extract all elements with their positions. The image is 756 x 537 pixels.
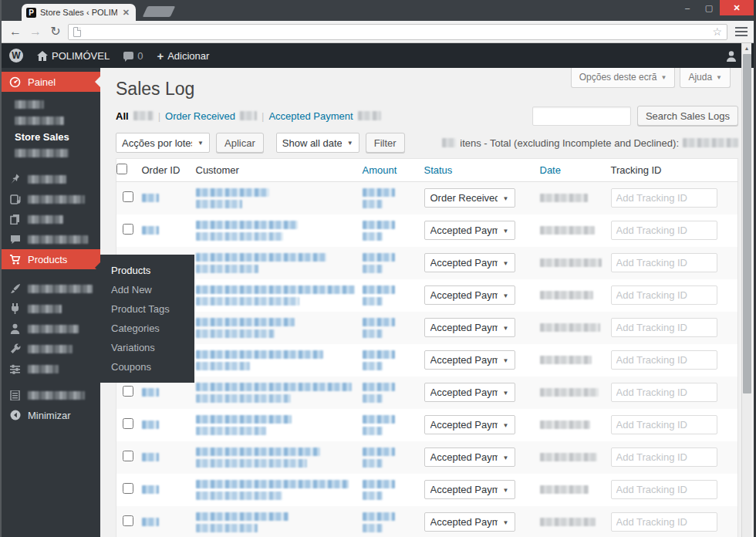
new-content-menu[interactable]: + Adicionar <box>157 49 209 62</box>
minimize-icon[interactable]: – <box>677 0 698 15</box>
flyout-item-categories[interactable]: Categories <box>100 319 194 338</box>
column-date-sort[interactable]: Date <box>540 164 561 176</box>
search-input[interactable] <box>532 106 631 126</box>
back-icon[interactable]: ← <box>8 25 23 38</box>
browser-menu-icon[interactable] <box>735 27 748 36</box>
status-select[interactable]: Accepted Payment <box>424 448 515 467</box>
status-select[interactable]: Accepted Payment <box>424 318 515 337</box>
search-sales-logs-button[interactable]: Search Sales Logs <box>637 106 738 126</box>
screen-options-button[interactable]: Opções deste ecrã ▼ <box>571 68 676 88</box>
sidebar-item-media[interactable] <box>2 189 100 209</box>
sidebar-item-plugin-menu[interactable] <box>2 385 100 405</box>
date-filter-select[interactable]: Show all dates <box>276 133 359 153</box>
column-status-sort[interactable]: Status <box>424 164 453 176</box>
submenu-item-redacted[interactable] <box>2 113 100 129</box>
tracking-id-input[interactable] <box>611 383 717 402</box>
status-selectwrap: Accepted Payment <box>424 253 515 272</box>
browser-tab[interactable]: P Store Sales ‹ POLIMÓVEL ✕ <box>22 4 136 21</box>
bookmark-star-icon[interactable]: ☆ <box>712 25 722 38</box>
flyout-item-coupons[interactable]: Coupons <box>100 357 194 377</box>
maximize-icon[interactable]: ▢ <box>698 0 720 15</box>
url-input[interactable] <box>86 26 707 37</box>
wp-logo[interactable]: W <box>9 49 23 62</box>
tracking-id-input[interactable] <box>611 350 717 370</box>
tracking-id-input[interactable] <box>611 448 717 467</box>
flyout-item-variations[interactable]: Variations <box>100 338 194 357</box>
submenu-item-redacted[interactable] <box>2 96 100 113</box>
row-checkbox[interactable] <box>123 418 133 429</box>
status-select[interactable]: Accepted Payment <box>424 415 515 434</box>
tracking-id-input[interactable] <box>611 285 717 305</box>
admin-layout: Painel Store Sales <box>2 68 754 537</box>
status-select[interactable]: Accepted Payment <box>424 512 515 532</box>
sidebar-item-settings[interactable] <box>2 359 100 379</box>
tracking-id-input[interactable] <box>611 221 717 240</box>
flyout-item-product-tags[interactable]: Product Tags <box>100 299 194 319</box>
select-all-checkbox[interactable] <box>116 164 127 174</box>
sidebar-item-comments[interactable] <box>2 229 100 249</box>
status-select[interactable]: Accepted Payment <box>424 480 515 499</box>
order-id-redacted <box>142 194 159 202</box>
filter-accepted-payment-link[interactable]: Accepted Payment <box>268 110 353 122</box>
scroll-up-icon[interactable]: ▲ <box>742 43 751 53</box>
sidebar-collapse-menu[interactable]: Minimizar <box>2 405 100 425</box>
sidebar-item-plugins[interactable] <box>2 299 100 319</box>
tracking-id-input[interactable] <box>611 415 717 434</box>
filter-all-link[interactable]: All <box>116 110 129 122</box>
date-redacted <box>540 518 596 526</box>
status-select[interactable]: Accepted Payment <box>424 253 515 272</box>
sidebar-item-products[interactable]: Products <box>2 249 100 269</box>
bulk-actions-select[interactable]: Acções por lotes <box>116 133 210 153</box>
scrollbar-thumb[interactable] <box>743 54 751 393</box>
status-select[interactable]: Accepted Payment <box>424 285 515 305</box>
sidebar-dashboard-label: Painel <box>28 76 56 88</box>
submenu-item-redacted[interactable] <box>2 145 100 161</box>
sidebar-item-tools[interactable] <box>2 339 100 359</box>
sidebar-item-dashboard[interactable]: Painel <box>2 72 100 92</box>
flyout-item-add-new[interactable]: Add New <box>100 280 194 299</box>
flyout-item-products[interactable]: Products <box>100 261 194 280</box>
reload-icon[interactable]: ↻ <box>48 25 63 38</box>
new-tab-button[interactable] <box>143 6 176 17</box>
close-icon[interactable]: ✕ <box>720 0 754 15</box>
filter-order-received-link[interactable]: Order Received <box>165 110 235 122</box>
bulk-actions-bar: Acções por lotes Aplicar Show all dates … <box>116 133 405 153</box>
menu-label-redacted <box>28 235 88 244</box>
row-checkbox[interactable] <box>123 483 133 494</box>
status-select[interactable]: Accepted Payment <box>424 350 515 370</box>
status-select[interactable]: Accepted Payment <box>424 221 515 240</box>
comments-menu[interactable]: 0 <box>123 50 143 62</box>
row-checkbox[interactable] <box>123 451 133 461</box>
filter-button[interactable]: Filter <box>366 133 405 153</box>
tracking-id-input[interactable] <box>611 480 717 499</box>
sidebar-item-users[interactable] <box>2 319 100 339</box>
tab-close-icon[interactable]: ✕ <box>121 8 131 18</box>
customer-name-redacted <box>196 188 269 197</box>
status-select[interactable]: Accepted Payment <box>424 383 515 402</box>
column-amount-sort[interactable]: Amount <box>363 164 397 176</box>
site-menu[interactable]: POLIMÓVEL <box>37 50 110 62</box>
account-menu[interactable] <box>726 50 737 62</box>
page-scrollbar[interactable]: ▲ <box>741 43 751 537</box>
status-select[interactable]: Order Received <box>424 188 515 208</box>
tracking-id-input[interactable] <box>611 253 717 272</box>
menu-label-redacted <box>28 325 79 333</box>
row-checkbox[interactable] <box>123 386 133 397</box>
sales-log-row: Accepted Payment <box>116 214 738 247</box>
tracking-id-input[interactable] <box>611 188 717 208</box>
screen-options-bar: Opções deste ecrã ▼ Ajuda ▼ <box>571 68 731 88</box>
row-checkbox[interactable] <box>123 515 133 526</box>
tracking-id-input[interactable] <box>611 318 717 337</box>
sidebar-item-posts[interactable] <box>2 169 100 189</box>
row-checkbox[interactable] <box>123 191 133 202</box>
row-checkbox[interactable] <box>123 224 133 235</box>
tracking-id-input[interactable] <box>611 512 717 532</box>
help-button[interactable]: Ajuda ▼ <box>680 68 731 88</box>
sidebar-item-pages[interactable] <box>2 209 100 229</box>
order-id-redacted <box>142 388 159 397</box>
sales-log-row: Accepted Payment <box>116 441 738 474</box>
apply-button[interactable]: Aplicar <box>216 133 264 153</box>
submenu-item-store-sales[interactable]: Store Sales <box>2 129 100 145</box>
sidebar-item-appearance[interactable] <box>2 279 100 299</box>
address-bar[interactable]: ☆ <box>68 24 727 40</box>
